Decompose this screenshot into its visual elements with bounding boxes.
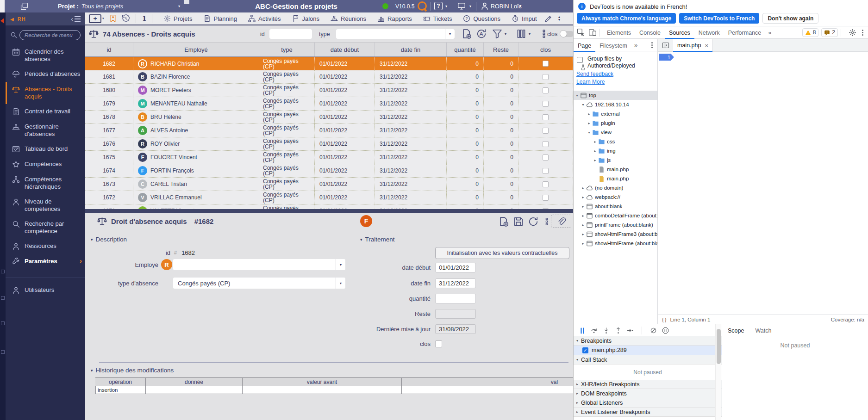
- table-row[interactable]: 1673 C CAREL Tristan Congés payés (CP) 0…: [85, 178, 573, 191]
- clos-checkbox[interactable]: [543, 101, 549, 107]
- clos-toggle[interactable]: [560, 31, 574, 37]
- issues-badge[interactable]: 2: [821, 28, 838, 37]
- auto-refresh-icon[interactable]: [476, 29, 487, 39]
- tree-arrow-icon[interactable]: [581, 103, 586, 107]
- tree-arrow-icon[interactable]: [593, 149, 598, 153]
- switch-french-button[interactable]: Switch DevTools to French: [679, 13, 759, 24]
- tree-item[interactable]: view: [574, 128, 657, 137]
- hide-navigator-icon[interactable]: [662, 42, 669, 49]
- device-toolbar-icon[interactable]: [588, 28, 597, 37]
- clos-checkbox[interactable]: [543, 195, 549, 201]
- clos-checkbox[interactable]: [543, 61, 549, 67]
- panel-splitter[interactable]: [85, 209, 573, 213]
- tree-item[interactable]: showHtmlFrame3 (about:blank): [574, 229, 657, 239]
- pause-icon[interactable]: [579, 327, 586, 334]
- tree-item[interactable]: comboDetailFrame (about:blank): [574, 211, 657, 220]
- project-caret-icon[interactable]: ▾: [178, 4, 180, 8]
- add-record-icon[interactable]: [499, 216, 509, 227]
- sidebar-item[interactable]: Périodes d'absences: [6, 67, 85, 82]
- tree-item[interactable]: printFrame (about:blank): [574, 220, 657, 229]
- section-history[interactable]: ▾Historique des modifications: [91, 367, 174, 374]
- sidebar-item[interactable]: Absences - Droits acquis: [6, 82, 85, 104]
- tree-arrow-icon[interactable]: [575, 93, 580, 98]
- dismiss-button[interactable]: Don't show again: [762, 13, 818, 24]
- menu-item[interactable]: Activités: [248, 15, 281, 22]
- group-files-label[interactable]: Group files by Authored/Deployed: [587, 56, 656, 69]
- kebab-menu-icon[interactable]: [543, 217, 551, 226]
- dock-marker-icon[interactable]: [0, 18, 4, 24]
- devtools-tab[interactable]: Sources: [665, 26, 694, 39]
- refresh-icon[interactable]: [528, 216, 538, 227]
- menu-item[interactable]: Imput: [512, 15, 537, 22]
- sidebar-item[interactable]: Ressources: [6, 239, 85, 254]
- tree-item[interactable]: main.php: [574, 174, 657, 183]
- tree-arrow-icon[interactable]: [581, 223, 586, 227]
- section-dom-breakpoints[interactable]: DOM Breakpoints: [574, 389, 722, 398]
- tree-item[interactable]: js: [574, 155, 657, 165]
- clos-checkbox[interactable]: [543, 168, 549, 174]
- table-row[interactable]: 1678 B BRU Héléne Congés payés (CP) 01/0…: [85, 111, 573, 124]
- step-out-icon[interactable]: [615, 327, 622, 334]
- attachment-button[interactable]: [551, 215, 571, 228]
- tree-arrow-icon[interactable]: [581, 241, 586, 246]
- table-row[interactable]: 1680 M MORET Peeters Congés payés (CP) 0…: [85, 84, 573, 97]
- dock-item-icon[interactable]: [1, 296, 5, 300]
- menu-search-input[interactable]: [19, 30, 81, 40]
- menu-item[interactable]: Projets: [163, 15, 192, 22]
- table-row[interactable]: 1676 R ROY Olivier Congés payés (CP) 01/…: [85, 137, 573, 151]
- deactivate-breakpoints-icon[interactable]: [650, 327, 657, 334]
- tree-arrow-icon[interactable]: [581, 195, 586, 199]
- menu-item[interactable]: Questions: [463, 15, 500, 22]
- collapse-menu-button[interactable]: ‹: [71, 16, 81, 22]
- menu-item[interactable]: Tickets: [423, 15, 452, 22]
- sidebar-item[interactable]: Paramètres: [6, 254, 85, 269]
- sidebar-item[interactable]: Compétences hiérarchiques: [6, 172, 85, 194]
- step-into-icon[interactable]: [603, 327, 610, 334]
- history-data-row[interactable]: insertion: [95, 386, 573, 394]
- tree-arrow-icon[interactable]: [581, 186, 586, 190]
- clos-checkbox[interactable]: [543, 141, 549, 147]
- clos-checkbox[interactable]: [435, 340, 442, 347]
- navigator-more-button[interactable]: »: [631, 42, 640, 49]
- tree-arrow-icon[interactable]: [593, 140, 598, 144]
- tree-arrow-icon[interactable]: [587, 112, 592, 116]
- column-header[interactable]: Reste: [484, 43, 518, 56]
- table-row[interactable]: 1671 V VALETTE Vincent Congés payés (CP)…: [85, 204, 573, 209]
- employee-select[interactable]: ▾: [173, 259, 345, 270]
- dock-item-icon[interactable]: [1, 350, 5, 354]
- navigator-menu-icon[interactable]: [651, 44, 653, 46]
- add-record-icon[interactable]: [462, 29, 472, 39]
- user-caret-icon[interactable]: ▾: [519, 4, 521, 8]
- start-date-input[interactable]: 01/01/2022: [435, 263, 476, 272]
- tree-arrow-icon[interactable]: [581, 204, 586, 209]
- table-row[interactable]: 1677 A ALVES Antoine Congés payés (CP) 0…: [85, 124, 573, 137]
- tree-item[interactable]: about:blank: [574, 202, 657, 211]
- more-tabs-button[interactable]: »: [765, 29, 774, 36]
- bookmark-icon[interactable]: [109, 14, 117, 23]
- tree-arrow-icon[interactable]: [587, 121, 592, 125]
- tree-arrow-icon[interactable]: [581, 232, 586, 236]
- tree-item[interactable]: webpack://: [574, 192, 657, 202]
- scrollbar-thumb[interactable]: [717, 329, 721, 364]
- tab-scope[interactable]: Scope: [722, 327, 749, 334]
- clos-checkbox[interactable]: [543, 87, 549, 93]
- type-filter-select[interactable]: ▾: [336, 29, 455, 39]
- send-feedback-link[interactable]: Send feedback: [576, 71, 656, 77]
- column-header[interactable]: clos: [518, 43, 573, 56]
- table-row[interactable]: 1672 V VRILLAC Emmanuel Congés payés (CP…: [85, 191, 573, 204]
- tree-arrow-icon[interactable]: [593, 158, 598, 162]
- clos-checkbox[interactable]: [543, 154, 549, 161]
- id-filter-input[interactable]: [269, 29, 312, 39]
- absence-type-select[interactable]: Congés payés (CP)▾: [173, 278, 345, 289]
- tree-item[interactable]: css: [574, 137, 657, 146]
- clos-checkbox[interactable]: [543, 114, 549, 120]
- editor-body[interactable]: 1: [658, 52, 868, 314]
- clos-checkbox[interactable]: [543, 128, 549, 134]
- help-button[interactable]: ?: [434, 2, 443, 10]
- table-row[interactable]: 1674 F FORTIN François Congés payés (CP)…: [85, 164, 573, 178]
- menu-item[interactable]: Réunions: [331, 15, 366, 22]
- user-icon[interactable]: [481, 2, 489, 10]
- editor-tab[interactable]: main.php ×: [673, 39, 713, 52]
- sidebar-item[interactable]: Niveau de compétences: [6, 194, 85, 216]
- devtools-tab[interactable]: Network: [694, 26, 724, 39]
